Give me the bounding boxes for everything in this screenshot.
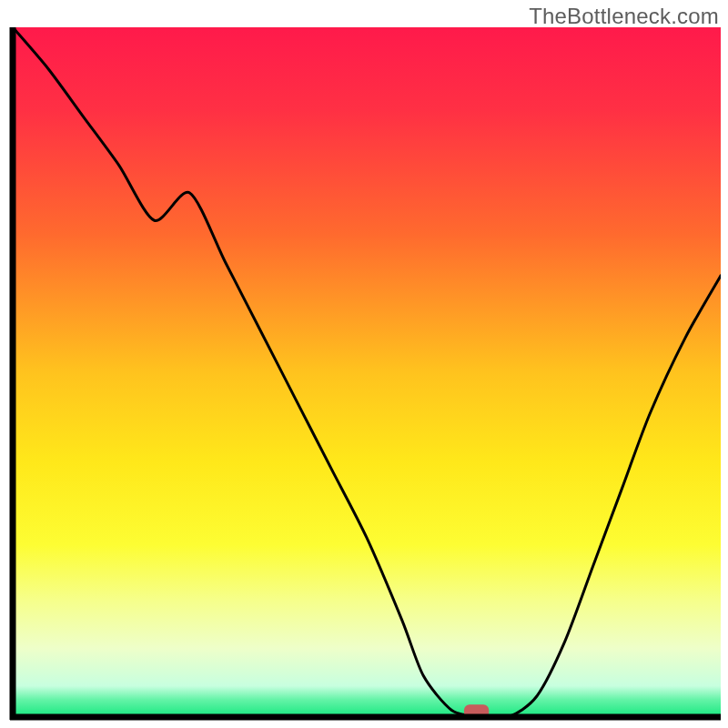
chart-container: TheBottleneck.com — [0, 0, 728, 728]
watermark-text: TheBottleneck.com — [529, 4, 719, 29]
bottleneck-chart — [0, 0, 728, 728]
gradient-background — [13, 27, 721, 717]
